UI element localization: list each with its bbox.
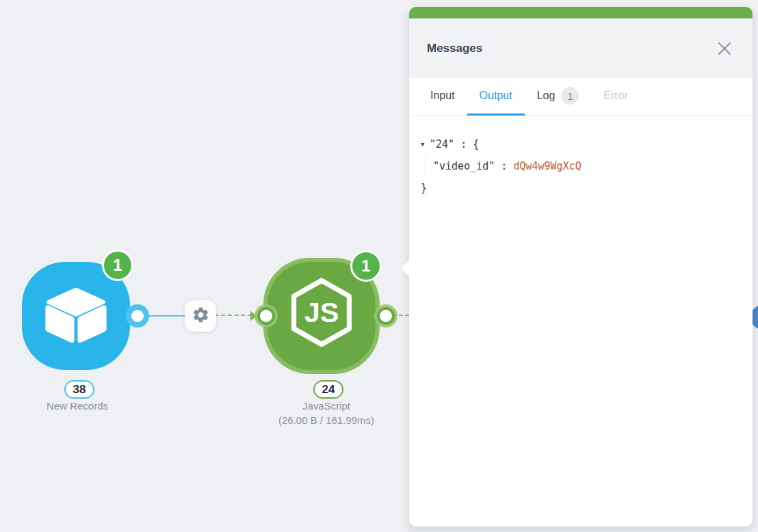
airtable-icon [43,287,109,345]
tab-label: Input [430,90,455,102]
panel-header: Messages [409,18,753,78]
record-count-pill-new-records[interactable]: 38 [64,380,94,399]
tab-input[interactable]: Input [418,78,467,116]
json-child-value: dQw4w9WgXcQ [513,160,581,172]
tab-log[interactable]: Log 1 [525,78,592,116]
gear-icon [192,306,210,327]
panel-tabs: Input Output Log 1 Error [409,78,753,116]
json-root-open: : { [454,138,479,150]
svg-text:JS: JS [304,296,339,328]
node-label-javascript: JavaScript [302,400,350,412]
collapse-caret-icon[interactable]: ▼ [421,133,430,155]
tab-output[interactable]: Output [467,78,525,116]
tab-label: Log [537,90,556,102]
panel-accent-bar [409,7,753,18]
json-child-key: "video_id" [433,160,495,172]
run-count-badge-new-records[interactable]: 1 [102,250,133,281]
tab-label: Error [603,90,628,102]
messages-panel: Messages Input Output Log 1 Error ▼"24" … [409,7,753,527]
json-root-key: "24" [430,138,454,150]
output-json-viewer: ▼"24" : { "video_id" : dQw4w9WgXcQ } [409,116,753,199]
panel-title: Messages [427,42,482,55]
json-root-line: ▼"24" : { [421,133,739,155]
json-child-line: "video_id" : dQw4w9WgXcQ [425,155,739,177]
record-count-pill-javascript[interactable]: 24 [313,380,343,399]
run-count-badge-javascript[interactable]: 1 [350,250,382,282]
pill-value: 24 [322,383,335,397]
output-port-dot-js [380,310,392,322]
log-count-badge: 1 [561,87,579,105]
badge-value: 1 [361,256,370,276]
pill-value: 38 [73,383,86,397]
node-label-new-records: New Records [47,400,108,412]
panel-callout-arrow [401,260,417,276]
badge-value: 1 [113,256,122,275]
close-icon[interactable] [716,40,733,57]
input-port-dot [260,310,272,322]
json-child-sep: : [495,160,513,172]
tab-error[interactable]: Error [591,78,640,116]
nodejs-js-icon: JS [286,276,357,356]
node-stats-javascript: (26.00 B / 161.99ms) [278,414,374,426]
tab-label: Output [480,90,512,102]
json-close-line: } [421,177,739,199]
output-port-dot [131,310,144,322]
connector-settings-button[interactable] [185,300,216,332]
